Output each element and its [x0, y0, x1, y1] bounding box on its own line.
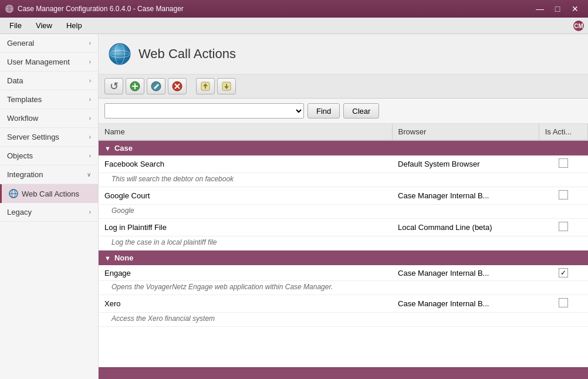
sidebar-item-server-settings[interactable]: Server Settings ›: [0, 128, 98, 147]
row-name: Google Court: [99, 187, 392, 205]
find-button[interactable]: Find: [307, 103, 340, 119]
row-active-cell[interactable]: [539, 187, 587, 205]
row-name: Engage: [99, 265, 392, 281]
refresh-button[interactable]: ↺: [104, 78, 123, 94]
row-description: This will search the debtor on facebook: [99, 173, 588, 187]
main-layout: General › User Management › Data › Templ…: [0, 34, 588, 379]
import-icon: [221, 81, 232, 92]
header-active: Is Acti...: [539, 124, 587, 140]
row-browser: Case Manager Internal B...: [392, 295, 539, 313]
active-checkbox[interactable]: [559, 222, 568, 231]
header-browser: Browser: [392, 124, 539, 140]
content-area: Web Call Actions ↺: [99, 34, 588, 379]
export-icon: [200, 81, 211, 92]
row-browser: Case Manager Internal B...: [392, 265, 539, 281]
description-row: This will search the debtor on facebook: [99, 173, 588, 187]
row-description: Log the case in a local plaintiff file: [99, 236, 588, 251]
row-name: Xero: [99, 295, 392, 313]
row-browser: Local Command Line (beta): [392, 219, 539, 236]
sidebar-item-data[interactable]: Data ›: [0, 72, 98, 90]
sidebar-item-legacy[interactable]: Legacy ›: [0, 203, 98, 222]
table-header: Name Browser Is Acti...: [99, 124, 588, 140]
row-description: Opens the VoyagerNetz Engage web applica…: [99, 281, 588, 295]
search-bar: Find Clear: [99, 99, 588, 124]
chevron-icon: ›: [89, 40, 91, 46]
window-title: Case Manager Configuration 6.0.4.0 - Cas…: [18, 5, 184, 13]
chevron-icon: ›: [89, 153, 91, 159]
chevron-icon: ›: [89, 77, 91, 84]
description-row: Google: [99, 205, 588, 219]
sidebar-item-workflow[interactable]: Workflow ›: [0, 109, 98, 128]
header-name: Name: [99, 124, 392, 140]
data-table: Name Browser Is Acti... ▼Case Facebook S…: [99, 124, 588, 367]
chevron-icon: ›: [89, 59, 91, 65]
sidebar-item-user-management[interactable]: User Management ›: [0, 53, 98, 72]
menu-help[interactable]: Help: [59, 19, 89, 32]
row-name: Facebook Search: [99, 155, 392, 173]
row-active-cell[interactable]: [539, 219, 587, 236]
add-icon: [130, 81, 140, 92]
row-name: Log in Plaintiff File: [99, 219, 392, 236]
chevron-icon: ›: [89, 209, 91, 215]
title-bar-left: Case Manager Configuration 6.0.4.0 - Cas…: [5, 4, 184, 13]
delete-icon: [172, 81, 183, 92]
menu-bar: File View Help CM: [0, 18, 588, 34]
table-row[interactable]: Xero Case Manager Internal B...: [99, 295, 588, 313]
maximize-button[interactable]: □: [549, 3, 566, 15]
export-button[interactable]: [196, 78, 215, 94]
active-checkbox[interactable]: [559, 190, 568, 199]
group-chevron-icon: ▼: [104, 145, 111, 152]
sidebar-item-web-call-actions[interactable]: Web Call Actions: [0, 184, 98, 203]
records-table: Name Browser Is Acti... ▼Case Facebook S…: [99, 124, 588, 327]
edit-icon: [151, 81, 161, 92]
close-button[interactable]: ✕: [567, 3, 583, 15]
active-checkbox[interactable]: [559, 158, 568, 168]
window-controls: — □ ✕: [532, 3, 583, 15]
svg-text:CM: CM: [574, 23, 583, 29]
page-title: Web Call Actions: [138, 46, 236, 62]
description-row: Access the Xero financial system: [99, 313, 588, 327]
row-browser: Case Manager Internal B...: [392, 187, 539, 205]
row-description: Google: [99, 205, 588, 219]
chevron-icon: ›: [89, 96, 91, 103]
table-body: ▼Case Facebook Search Default System Bro…: [99, 140, 588, 327]
chevron-icon: ›: [89, 134, 91, 140]
sidebar: General › User Management › Data › Templ…: [0, 34, 99, 379]
status-bar: [99, 367, 588, 379]
globe-icon: [108, 42, 131, 66]
minimize-button[interactable]: —: [532, 3, 548, 15]
description-row: Opens the VoyagerNetz Engage web applica…: [99, 281, 588, 295]
active-checkbox[interactable]: [559, 298, 568, 307]
app-logo-icon: CM: [573, 20, 584, 32]
active-checkbox[interactable]: ✓: [559, 268, 568, 278]
group-row[interactable]: ▼Case: [99, 140, 588, 155]
group-row[interactable]: ▼None: [99, 251, 588, 266]
import-button[interactable]: [217, 78, 236, 94]
row-active-cell[interactable]: [539, 295, 587, 313]
sidebar-item-templates[interactable]: Templates ›: [0, 90, 98, 109]
table-row[interactable]: Facebook Search Default System Browser: [99, 155, 588, 173]
chevron-down-icon: ∨: [87, 171, 91, 178]
globe-small-icon: [9, 189, 18, 198]
row-active-cell[interactable]: [539, 155, 587, 173]
description-row: Log the case in a local plaintiff file: [99, 236, 588, 251]
group-chevron-icon: ▼: [104, 255, 111, 262]
clear-button[interactable]: Clear: [343, 103, 379, 119]
edit-button[interactable]: [147, 78, 165, 94]
title-bar: Case Manager Configuration 6.0.4.0 - Cas…: [0, 0, 588, 18]
sidebar-item-integration[interactable]: Integration ∨: [0, 165, 98, 184]
sidebar-item-objects[interactable]: Objects ›: [0, 147, 98, 165]
table-row[interactable]: Log in Plaintiff File Local Command Line…: [99, 219, 588, 236]
toolbar: ↺: [99, 75, 588, 99]
delete-button[interactable]: [168, 78, 187, 94]
row-active-cell[interactable]: ✓: [539, 265, 587, 281]
menu-file[interactable]: File: [2, 19, 29, 32]
search-select[interactable]: [104, 103, 304, 119]
row-browser: Default System Browser: [392, 155, 539, 173]
table-row[interactable]: Engage Case Manager Internal B... ✓: [99, 265, 588, 281]
sidebar-item-general[interactable]: General ›: [0, 34, 98, 53]
add-button[interactable]: [126, 78, 144, 94]
chevron-icon: ›: [89, 115, 91, 121]
table-row[interactable]: Google Court Case Manager Internal B...: [99, 187, 588, 205]
menu-view[interactable]: View: [29, 19, 59, 32]
